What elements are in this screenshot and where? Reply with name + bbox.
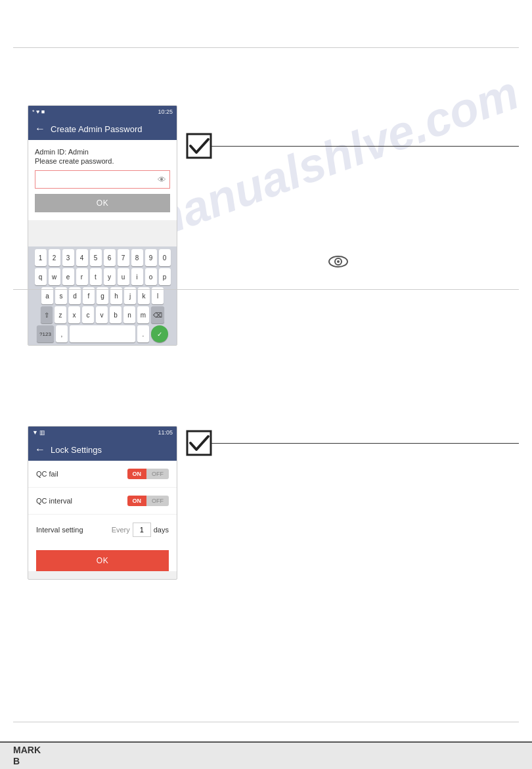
qc-fail-row: QC fail ON OFF	[28, 461, 177, 488]
lock-settings-content: QC fail ON OFF QC interval ON OFF Interv…	[28, 461, 177, 571]
key-v[interactable]: v	[96, 306, 108, 323]
key-w[interactable]: w	[49, 268, 60, 285]
status-time-1: 10:25	[158, 108, 173, 115]
key-p[interactable]: p	[159, 268, 171, 285]
key-r[interactable]: r	[76, 268, 88, 285]
keyboard-row-numbers: 1 2 3 4 5 6 7 8 9 0	[30, 249, 175, 266]
keyboard-spacer	[28, 220, 177, 246]
key-m[interactable]: m	[137, 306, 149, 323]
eye-icon-large	[328, 255, 348, 272]
key-3[interactable]: 3	[62, 249, 74, 266]
interval-setting-row: Interval setting Every days	[28, 515, 177, 545]
mark-label: MARK	[13, 745, 41, 755]
screenshot-lock-settings: ▼ ▥ 11:05 ← Lock Settings QC fail ON OFF…	[28, 426, 177, 580]
key-5[interactable]: 5	[90, 249, 102, 266]
keyboard-row-zxcv: ⇧ z x c v b n m ⌫	[30, 306, 175, 323]
numbers-key[interactable]: ?123	[37, 325, 54, 342]
mark-label-container: MARK B	[13, 745, 41, 766]
bottom-divider	[13, 722, 519, 722]
done-key[interactable]: ✓	[151, 325, 168, 342]
key-e[interactable]: e	[62, 268, 74, 285]
status-bar-2: ▼ ▥ 11:05	[28, 427, 177, 438]
key-6[interactable]: 6	[104, 249, 116, 266]
key-y[interactable]: y	[104, 268, 116, 285]
lock-settings-title: Lock Settings	[51, 445, 102, 455]
keyboard: 1 2 3 4 5 6 7 8 9 0 q w e r t y u i o p …	[28, 246, 177, 345]
key-x[interactable]: x	[68, 306, 80, 323]
interval-controls: Every days	[112, 523, 169, 537]
admin-id-label: Admin ID: Admin	[35, 148, 170, 156]
eye-toggle-icon[interactable]: 👁	[158, 175, 166, 185]
middle-divider	[13, 289, 519, 290]
qc-interval-toggle[interactable]: ON OFF	[127, 496, 169, 506]
key-7[interactable]: 7	[118, 249, 129, 266]
key-o[interactable]: o	[145, 268, 157, 285]
spacebar[interactable]	[70, 325, 135, 342]
keyboard-row-bottom: ?123 , . ✓	[30, 325, 175, 342]
svg-point-3	[337, 260, 340, 263]
screenshot-admin-password: * ♥ ■ 10:25 ← Create Admin Password Admi…	[28, 105, 177, 346]
period-key[interactable]: .	[137, 325, 149, 342]
ok-button-1[interactable]: OK	[35, 194, 170, 212]
admin-password-title: Create Admin Password	[51, 124, 142, 134]
key-1[interactable]: 1	[35, 249, 47, 266]
qc-fail-on[interactable]: ON	[127, 469, 147, 479]
back-button-1[interactable]: ←	[35, 123, 45, 135]
bottom-bar: MARK B	[0, 741, 532, 769]
days-label: days	[154, 526, 169, 534]
key-u[interactable]: u	[118, 268, 129, 285]
qc-fail-toggle[interactable]: ON OFF	[127, 469, 169, 479]
password-input[interactable]	[35, 170, 170, 189]
ok-button-2[interactable]: OK	[36, 550, 169, 571]
key-8[interactable]: 8	[131, 249, 143, 266]
status-icons-left: * ♥ ■	[32, 108, 45, 115]
password-input-container: 👁	[35, 170, 170, 189]
key-n[interactable]: n	[123, 306, 135, 323]
delete-key[interactable]: ⌫	[151, 306, 164, 323]
key-9[interactable]: 9	[145, 249, 157, 266]
key-0[interactable]: 0	[159, 249, 171, 266]
mark-b-label: B	[13, 756, 41, 766]
lock-settings-header: ← Lock Settings	[28, 438, 177, 461]
create-password-label: Please create password.	[35, 157, 170, 165]
line-from-checkbox-1	[211, 146, 519, 147]
qc-interval-on[interactable]: ON	[127, 496, 147, 506]
key-t[interactable]: t	[90, 268, 102, 285]
status-bar-1: * ♥ ■ 10:25	[28, 106, 177, 118]
qc-interval-row: QC interval ON OFF	[28, 488, 177, 515]
qc-fail-label: QC fail	[36, 470, 58, 478]
checkbox-icon-2	[186, 430, 212, 459]
every-label: Every	[112, 526, 130, 534]
keyboard-row-qwerty: q w e r t y u i o p	[30, 268, 175, 285]
key-4[interactable]: 4	[76, 249, 88, 266]
key-c[interactable]: c	[82, 306, 94, 323]
top-divider	[13, 47, 519, 48]
status-icons-left-2: ▼ ▥	[32, 429, 45, 436]
qc-interval-label: QC interval	[36, 497, 72, 505]
back-button-2[interactable]: ←	[35, 444, 45, 455]
qc-fail-off[interactable]: OFF	[146, 469, 169, 479]
key-q[interactable]: q	[35, 268, 47, 285]
comma-key[interactable]: ,	[56, 325, 68, 342]
line-from-checkbox-2	[211, 443, 519, 444]
key-b[interactable]: b	[110, 306, 122, 323]
key-2[interactable]: 2	[49, 249, 60, 266]
key-i[interactable]: i	[131, 268, 143, 285]
admin-password-content: Admin ID: Admin Please create password. …	[28, 140, 177, 220]
shift-key[interactable]: ⇧	[41, 306, 53, 323]
qc-interval-off[interactable]: OFF	[146, 496, 169, 506]
interval-setting-label: Interval setting	[36, 526, 83, 534]
interval-value-input[interactable]	[133, 523, 151, 537]
admin-password-header: ← Create Admin Password	[28, 118, 177, 140]
key-z[interactable]: z	[55, 306, 66, 323]
status-time-2: 11:05	[158, 429, 173, 436]
checkbox-icon-1	[186, 133, 212, 162]
